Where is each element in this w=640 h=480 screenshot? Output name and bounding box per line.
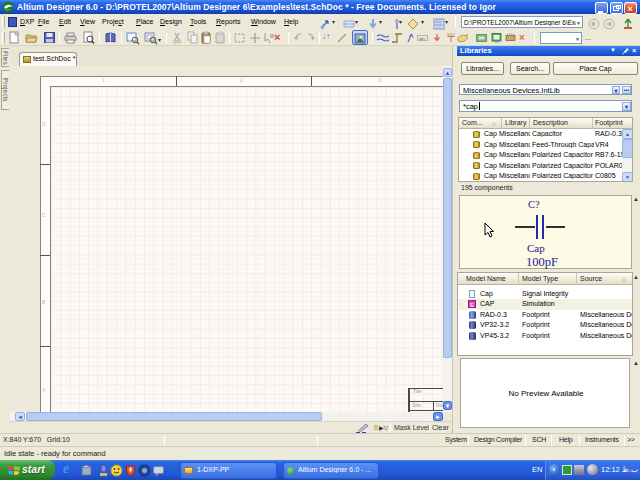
svg-text:abc: abc <box>419 36 426 41</box>
svg-text:VCC: VCC <box>447 33 455 37</box>
